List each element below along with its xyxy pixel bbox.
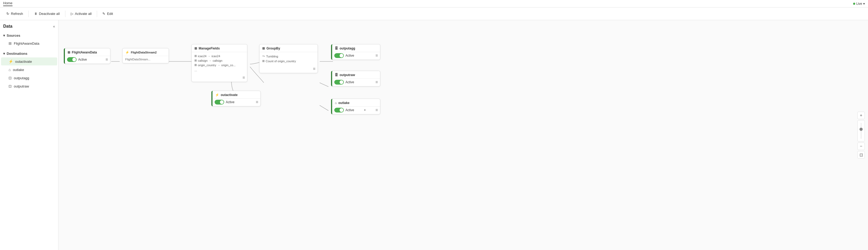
activate-all-button[interactable]: ▷ Activate all [67,10,95,17]
outputraw-icon: ⊡ [8,84,12,88]
node-title: outputraw [340,73,355,77]
sidebar-item-flightawaredata[interactable]: ⊞ FlightAwareData [1,39,57,48]
node-footer-manage: ≡ [192,74,247,82]
add-icon: + [860,113,862,118]
active-toggle[interactable] [334,108,344,113]
tumbling-label: Tumbling [266,55,278,58]
node-header-outactivate: ⚡ outactivate [213,91,260,99]
node-footer-flightawaredata: Active ≡ [65,56,110,64]
zoom-slider-container [857,120,865,142]
svg-line-4 [320,105,329,111]
active-toggle[interactable] [67,57,76,62]
chevron-down-icon: ▾ [3,33,5,37]
node-title: outputagg [340,46,355,50]
node-footer-groupby: ≡ [259,65,317,73]
svg-line-3 [320,83,329,87]
node-title: FlightAwareData [72,51,97,54]
edit-button[interactable]: ✎ Edit [99,10,116,17]
toggle-container[interactable]: Active [334,80,354,85]
field-row-2: ⊞ callsign → callsign [194,58,244,63]
active-label: Active [345,80,354,84]
node-outactivate: ⚡ outactivate Active ≡ [211,91,260,106]
node-footer-outlake: Active ✦ ≡ [332,107,380,114]
fit-icon: ⊡ [860,152,863,157]
node-title: outactivate [221,93,238,97]
title-bar: Home Live ▾ [0,0,868,7]
collapse-sidebar-button[interactable]: « [53,24,55,28]
toolbar-divider-3 [97,11,97,17]
node-menu-icon[interactable]: ≡ [375,108,378,113]
node-title: ManageFields [199,46,220,50]
node-header-outlake: ⌂ outlake [332,99,380,107]
fit-view-button[interactable]: ⊡ [857,151,865,158]
zoom-out-icon: − [860,144,862,149]
node-menu-icon[interactable]: ≡ [375,80,378,85]
home-tab[interactable]: Home [3,1,12,6]
sidebar-item-label: outputagg [14,76,29,80]
node-menu-icon[interactable]: ≡ [313,66,315,71]
outlake-icon: ⌂ [8,67,11,72]
toggle-container[interactable]: Active [67,57,87,62]
live-label: Live [856,2,862,6]
toggle-container[interactable]: Active [334,108,354,113]
toggle-container[interactable]: Active [334,53,354,58]
source-icon: ⊞ [8,41,12,45]
toolbar: ↻ Refresh ⏸ Deactivate all ▷ Activate al… [0,7,868,20]
live-badge[interactable]: Live ▾ [853,2,865,6]
node-header-groupby: ⊞ GroupBy [259,44,317,52]
tumbling-icon: 〜 [262,54,265,58]
count-row: ⊞ Count of origin_country [262,59,315,63]
canvas[interactable]: ⊞ FlightAwareData Active ≡ ⚡ FlightDataS… [59,20,868,250]
active-toggle[interactable] [334,80,344,85]
destinations-section: ▾ Destinations ⚡ outactivate ⌂ outlake ⊡… [0,50,58,90]
activate-icon: ▷ [71,12,73,16]
sidebar-item-label: outputraw [14,84,29,88]
add-button[interactable]: + [857,112,865,119]
node-footer-outactivate: Active ≡ [213,99,260,106]
edit-icon: ✎ [102,12,105,16]
flow-lines [59,20,868,250]
sidebar-item-outactivate[interactable]: ⚡ outactivate [1,58,57,65]
toggle-container[interactable]: Active [215,100,235,104]
node-header-stream: ⚡ FlightDataStream2 [123,49,168,56]
node-groupby: ⊞ GroupBy 〜 Tumbling ⊞ Count of origin_c… [259,44,318,73]
node-menu-icon[interactable]: ≡ [105,57,108,62]
destinations-section-header[interactable]: ▾ Destinations [0,50,58,57]
active-toggle[interactable] [334,53,344,58]
active-label: Active [226,100,235,104]
node-outlake: ⌂ outlake Active ✦ ≡ [331,99,380,114]
active-toggle[interactable] [215,100,224,104]
sources-section: ▾ Sources ⊞ FlightAwareData [0,31,58,48]
node-footer-outputraw: Active ≡ [332,79,380,86]
deactivate-all-button[interactable]: ⏸ Deactivate all [31,10,63,17]
node-outputraw: 🗄 outputraw Active ≡ [331,71,380,87]
destinations-label: Destinations [7,52,27,56]
zoom-out-button[interactable]: − [857,143,865,150]
chevron-down-icon: ▾ [863,2,865,6]
node-outputagg: 🗄 outputagg Active ≡ [331,44,380,60]
zoom-slider-track [861,123,861,139]
node-menu-icon[interactable]: ≡ [375,53,378,58]
arrow-icon: → [217,64,220,67]
live-dot-icon [853,3,855,5]
outputraw-icon: 🗄 [335,73,338,77]
sidebar-item-outputagg[interactable]: ⊡ outputagg [1,74,57,82]
deactivate-all-label: Deactivate all [39,12,60,16]
active-label: Active [78,58,87,61]
tumbling-row: 〜 Tumbling [262,54,315,59]
main-layout: Data « ▾ Sources ⊞ FlightAwareData ▾ Des… [0,20,868,250]
arrow-icon: → [209,59,212,62]
sources-section-header[interactable]: ▾ Sources [0,31,58,39]
chevron-down-icon: ▾ [3,52,5,56]
node-menu-icon[interactable]: ≡ [243,75,245,80]
toolbar-divider-2 [65,11,65,17]
sidebar-item-label: outactivate [15,60,32,64]
field-row-1: ⊞ icao24 → icao24 [194,54,244,58]
sidebar-item-outlake[interactable]: ⌂ outlake [1,66,57,74]
refresh-button[interactable]: ↻ Refresh [3,10,26,17]
sidebar-item-outputraw[interactable]: ⊡ outputraw [1,82,57,90]
node-body-manage: ⊞ icao24 → icao24 ⊞ callsign → callsign … [192,52,247,74]
node-menu-icon[interactable]: ≡ [256,100,258,104]
refresh-icon: ↻ [6,12,9,16]
zoom-slider-thumb[interactable] [860,128,863,131]
